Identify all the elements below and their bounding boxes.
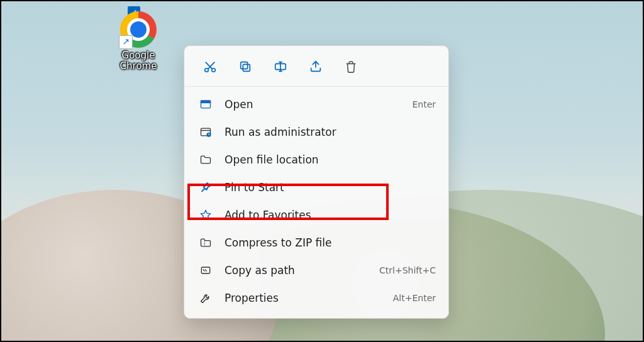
svg-point-0 [205, 69, 209, 72]
cut-icon [203, 60, 217, 74]
menu-item-label: Compress to ZIP file [225, 236, 332, 249]
delete-icon [344, 60, 358, 74]
share-button[interactable] [305, 56, 326, 77]
pin-icon [197, 181, 214, 194]
menu-item-run-admin[interactable]: Run as administrator [189, 118, 443, 146]
delete-button[interactable] [340, 56, 362, 77]
menu-item-label: Copy as path [225, 264, 295, 277]
rename-icon [274, 60, 287, 74]
menu-item-add-fav[interactable]: Add to Favorites [189, 201, 443, 229]
menu-item-label: Open [225, 98, 253, 111]
menu-item-copy-path[interactable]: Copy as pathCtrl+Shift+C [189, 256, 443, 284]
menu-item-pin-start[interactable]: Pin to Start [189, 174, 443, 201]
desktop-shortcut-label: Google Chrome [113, 50, 164, 72]
svg-point-1 [212, 69, 216, 72]
svg-rect-2 [243, 64, 250, 71]
menu-item-label: Run as administrator [225, 126, 336, 138]
wrench-icon [197, 292, 214, 304]
menu-item-accelerator: Alt+Enter [393, 293, 436, 303]
copy-button[interactable] [235, 56, 256, 77]
menu-item-compress[interactable]: Compress to ZIP file [189, 229, 443, 256]
menu-item-accelerator: Enter [412, 99, 436, 109]
zip-icon [197, 236, 214, 249]
desktop-shortcut-chrome[interactable]: ✓ ↗ Google Chrome [113, 6, 164, 72]
copy-icon [238, 60, 252, 74]
context-menu-toolbar [184, 46, 448, 87]
menu-item-accelerator: Ctrl+Shift+C [379, 265, 436, 275]
menu-item-open-loc[interactable]: Open file location [189, 146, 443, 174]
menu-item-label: Pin to Start [225, 181, 284, 194]
star-icon [197, 209, 214, 221]
folder-icon [197, 153, 214, 166]
shortcut-arrow-icon: ↗ [119, 35, 133, 49]
menu-item-open[interactable]: OpenEnter [189, 91, 443, 118]
menu-item-label: Properties [225, 292, 279, 304]
svg-rect-3 [241, 62, 248, 69]
app-icon [197, 98, 214, 111]
shield-icon [197, 126, 214, 138]
share-icon [309, 60, 323, 74]
chrome-icon: ✓ ↗ [120, 11, 157, 48]
cut-button[interactable] [199, 56, 221, 77]
menu-item-label: Add to Favorites [225, 209, 311, 221]
copypath-icon [197, 264, 214, 277]
menu-item-label: Open file location [225, 153, 319, 166]
context-menu: OpenEnterRun as administratorOpen file l… [184, 45, 449, 319]
menu-item-properties[interactable]: PropertiesAlt+Enter [189, 284, 443, 312]
rename-button[interactable] [270, 56, 291, 77]
svg-rect-6 [201, 101, 211, 102]
